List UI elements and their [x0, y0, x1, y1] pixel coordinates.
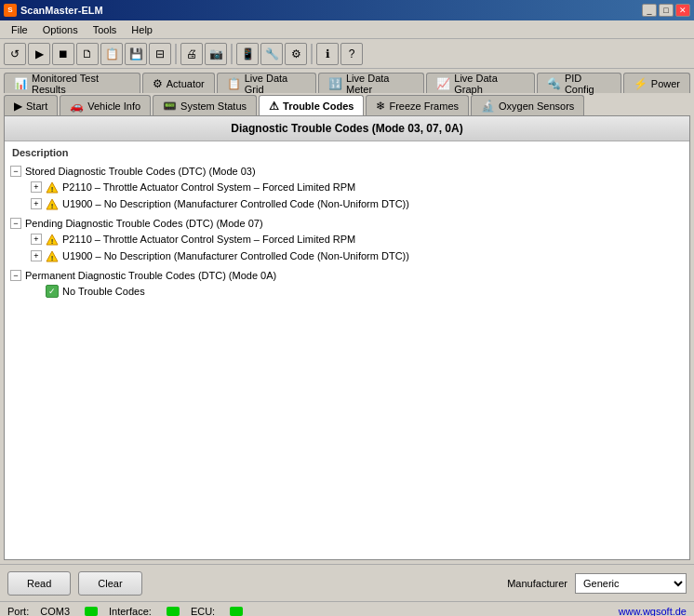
tab-power[interactable]: ⚡ Power: [623, 73, 690, 93]
toolbar-btn-4[interactable]: 🗋: [76, 43, 99, 65]
manufacturer-select[interactable]: Generic Ford GM Chrysler Toyota: [575, 573, 687, 594]
main-content: Diagnostic Trouble Codes (Mode 03, 07, 0…: [4, 115, 690, 560]
no-trouble-label: No Trouble Codes: [62, 286, 145, 297]
column-header: Description: [8, 145, 686, 160]
pending-collapse-icon[interactable]: −: [10, 218, 21, 229]
live-data-graph-icon: 📈: [436, 77, 450, 90]
toolbar-btn-9[interactable]: 📷: [205, 43, 227, 65]
stored-dtc-section: − Stored Diagnostic Trouble Codes (DTC) …: [8, 164, 686, 212]
tab-start[interactable]: ▶ Start: [4, 95, 58, 115]
warning-icon-pending-0: !: [46, 233, 59, 246]
port-led: [85, 607, 98, 616]
stored-dtc-item-0[interactable]: + ! P2110 – Throttle Actuator Control Sy…: [27, 179, 686, 195]
permanent-dtc-section: − Permanent Diagnostic Trouble Codes (DT…: [8, 268, 686, 300]
stored-dtc-header[interactable]: − Stored Diagnostic Trouble Codes (DTC) …: [8, 164, 686, 179]
permanent-dtc-header[interactable]: − Permanent Diagnostic Trouble Codes (DT…: [8, 268, 686, 283]
toolbar-btn-2[interactable]: ▶: [28, 43, 50, 65]
pending-dtc-section: − Pending Diagnostic Trouble Codes (DTC)…: [8, 216, 686, 264]
toolbar-btn-6[interactable]: 💾: [125, 43, 147, 65]
toolbar-btn-14[interactable]: ?: [340, 43, 363, 65]
read-button[interactable]: Read: [7, 571, 71, 596]
svg-text:!: !: [51, 237, 54, 246]
toolbar-sep-2: [231, 44, 233, 64]
tab-row-1: 📊 Monitored Test Results ⚙ Actuator 📋 Li…: [0, 69, 694, 93]
port-label: Port:: [7, 606, 29, 617]
toolbar-btn-5[interactable]: 📋: [100, 43, 123, 65]
toolbar-btn-1[interactable]: ↺: [4, 43, 26, 65]
toolbar-btn-13[interactable]: ℹ: [316, 43, 339, 65]
toolbar-btn-12[interactable]: ⚙: [285, 43, 307, 65]
warning-icon-0: !: [46, 181, 59, 194]
toolbar-btn-11[interactable]: 🔧: [260, 43, 283, 65]
stored-dtc-label: Stored Diagnostic Trouble Codes (DTC) (M…: [25, 166, 256, 177]
tab-live-data-meter[interactable]: 🔢 Live Data Meter: [318, 73, 424, 93]
menu-tools[interactable]: Tools: [86, 22, 125, 37]
bottom-bar: Read Clear Manufacturer Generic Ford GM …: [0, 564, 694, 601]
content-title: Diagnostic Trouble Codes (Mode 03, 07, 0…: [5, 116, 689, 141]
tab-actuator[interactable]: ⚙ Actuator: [142, 73, 215, 93]
pending-dtc-header[interactable]: − Pending Diagnostic Trouble Codes (DTC)…: [8, 216, 686, 231]
permanent-dtc-label: Permanent Diagnostic Trouble Codes (DTC)…: [25, 270, 276, 281]
minimize-button[interactable]: _: [642, 4, 657, 17]
tab-oxygen-sensors[interactable]: 🔬 Oxygen Sensors: [471, 95, 584, 115]
menu-options[interactable]: Options: [35, 22, 86, 37]
toolbar-btn-10[interactable]: 📱: [236, 43, 259, 65]
tab-vehicle-info[interactable]: 🚗 Vehicle Info: [60, 95, 151, 115]
app-icon: S: [4, 4, 17, 17]
live-data-grid-icon: 📋: [227, 77, 241, 90]
pending-dtc-item-0[interactable]: + ! P2110 – Throttle Actuator Control Sy…: [27, 231, 686, 248]
expand-icon-pending-0[interactable]: +: [31, 234, 42, 245]
live-data-meter-icon: 🔢: [328, 77, 342, 90]
stored-dtc-code-1: U1900 – No Description (Manufacturer Con…: [62, 198, 409, 209]
pending-dtc-code-0: P2110 – Throttle Actuator Control System…: [62, 234, 355, 245]
status-bar: Port: COM3 Interface: ECU: www.wgsoft.de: [0, 601, 694, 616]
pid-config-icon: 🔩: [547, 77, 561, 90]
tab-trouble-codes[interactable]: ⚠ Trouble Codes: [259, 95, 364, 115]
no-trouble-icon: ✓: [46, 285, 59, 298]
power-icon: ⚡: [634, 77, 647, 90]
oxygen-sensors-icon: 🔬: [481, 100, 495, 113]
title-bar-buttons: _ □ ✕: [642, 4, 690, 17]
toolbar-sep-3: [311, 44, 313, 64]
toolbar-btn-7[interactable]: ⊟: [149, 43, 171, 65]
system-status-icon: 📟: [163, 100, 177, 113]
tab-pid-config[interactable]: 🔩 PID Config: [537, 73, 621, 93]
tab-live-data-grid[interactable]: 📋 Live Data Grid: [217, 73, 316, 93]
pending-dtc-item-1[interactable]: + ! U1900 – No Description (Manufacturer…: [27, 248, 686, 264]
pending-dtc-code-1: U1900 – No Description (Manufacturer Con…: [62, 250, 409, 261]
tab-live-data-graph[interactable]: 📈 Live Data Graph: [426, 73, 535, 93]
warning-icon-pending-1: !: [46, 249, 59, 262]
menu-file[interactable]: File: [4, 22, 35, 37]
expand-icon-1[interactable]: +: [31, 198, 42, 209]
monitored-test-results-icon: 📊: [14, 77, 28, 90]
ecu-label: ECU:: [191, 606, 215, 617]
menu-help[interactable]: Help: [124, 22, 160, 37]
permanent-dtc-item-0[interactable]: ✓ No Trouble Codes: [42, 283, 686, 300]
clear-button[interactable]: Clear: [78, 571, 141, 596]
maximize-button[interactable]: □: [659, 4, 674, 17]
close-button[interactable]: ✕: [675, 4, 690, 17]
title-bar-text: S ScanMaster-ELM: [4, 4, 103, 17]
pending-dtc-label: Pending Diagnostic Trouble Codes (DTC) (…: [25, 218, 263, 229]
tab-monitored-test-results[interactable]: 📊 Monitored Test Results: [4, 73, 140, 93]
toolbar: ↺ ▶ ⏹ 🗋 📋 💾 ⊟ 🖨 📷 📱 🔧 ⚙ ℹ ?: [0, 39, 694, 69]
stored-collapse-icon[interactable]: −: [10, 166, 21, 177]
tab-row-2: ▶ Start 🚗 Vehicle Info 📟 System Status ⚠…: [0, 93, 694, 115]
expand-icon-0[interactable]: +: [31, 181, 42, 193]
trouble-codes-icon: ⚠: [269, 100, 279, 113]
permanent-collapse-icon[interactable]: −: [10, 270, 21, 281]
toolbar-btn-3[interactable]: ⏹: [52, 43, 74, 65]
warning-icon-1: !: [46, 197, 59, 210]
tab-freeze-frames[interactable]: ❄ Freeze Frames: [366, 95, 469, 115]
expand-icon-pending-1[interactable]: +: [31, 250, 42, 261]
start-icon: ▶: [14, 100, 22, 113]
toolbar-btn-8[interactable]: 🖨: [180, 43, 203, 65]
stored-dtc-item-1[interactable]: + ! U1900 – No Description (Manufacturer…: [27, 195, 686, 212]
website-link[interactable]: www.wgsoft.de: [619, 606, 687, 617]
title-bar: S ScanMaster-ELM _ □ ✕: [0, 0, 694, 20]
stored-dtc-code-0: P2110 – Throttle Actuator Control System…: [62, 181, 355, 193]
interface-led: [167, 607, 180, 616]
tab-system-status[interactable]: 📟 System Status: [153, 95, 257, 115]
svg-text:!: !: [51, 185, 54, 194]
ecu-led: [230, 607, 243, 616]
